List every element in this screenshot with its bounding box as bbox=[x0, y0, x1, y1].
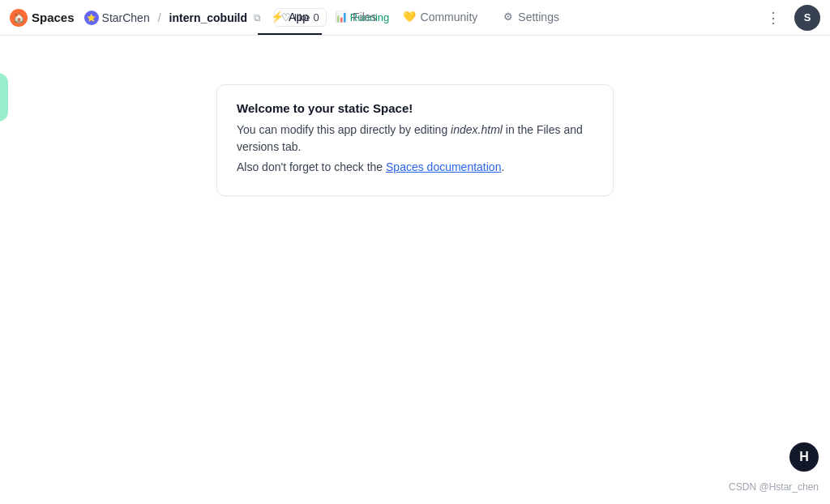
more-options-button[interactable]: ⋮ bbox=[762, 6, 785, 29]
top-navbar: 🏠 Spaces ⭐ StarChen / intern_cobuild ⧉ ♡… bbox=[0, 0, 830, 36]
welcome-text-line1: You can modify this app directly by edit… bbox=[237, 122, 593, 156]
spaces-icon: 🏠 bbox=[10, 9, 28, 27]
line2-prefix: Also don't forget to check the bbox=[237, 160, 386, 173]
settings-icon: ⚙ bbox=[503, 11, 513, 23]
main-content: Welcome to your static Space! You can mo… bbox=[0, 36, 830, 196]
h-badge-label: H bbox=[799, 450, 809, 464]
spaces-documentation-link[interactable]: Spaces documentation bbox=[386, 160, 501, 173]
line2-suffix: . bbox=[501, 160, 504, 173]
avatar-initial: S bbox=[804, 11, 811, 23]
community-icon: 💛 bbox=[403, 11, 416, 23]
app-icon: ⚡ bbox=[271, 11, 284, 23]
spaces-logo[interactable]: 🏠 Spaces bbox=[10, 9, 75, 27]
welcome-card: Welcome to your static Space! You can mo… bbox=[216, 84, 614, 196]
tab-settings-label: Settings bbox=[518, 11, 559, 23]
watermark: CSDN @Hstar_chen bbox=[729, 481, 819, 493]
welcome-title: Welcome to your static Space! bbox=[237, 101, 593, 115]
spaces-label: Spaces bbox=[32, 11, 75, 24]
tab-files-label: Files bbox=[353, 11, 377, 23]
tab-files[interactable]: 📊 Files bbox=[322, 0, 390, 35]
welcome-text-line2: Also don't forget to check the Spaces do… bbox=[237, 159, 593, 176]
star-icon: ⭐ bbox=[84, 11, 99, 25]
user-name: StarChen bbox=[102, 11, 150, 24]
breadcrumb-separator: / bbox=[158, 11, 161, 24]
user-avatar[interactable]: S bbox=[794, 5, 820, 31]
tab-community[interactable]: 💛 Community bbox=[390, 0, 491, 35]
decorative-blob bbox=[0, 73, 8, 122]
navbar-right: ⋮ S bbox=[762, 5, 820, 31]
navbar-center-tabs: ⚡ App 📊 Files 💛 Community ⚙ Settings bbox=[258, 0, 572, 35]
h-badge[interactable]: H bbox=[789, 442, 819, 472]
tab-app[interactable]: ⚡ App bbox=[258, 0, 322, 35]
user-breadcrumb[interactable]: ⭐ StarChen bbox=[84, 11, 150, 25]
tab-community-label: Community bbox=[421, 11, 478, 23]
line1-prefix: You can modify this app directly by edit… bbox=[237, 123, 451, 136]
files-icon: 📊 bbox=[335, 11, 348, 23]
line1-filename: index.html bbox=[451, 123, 503, 136]
tab-settings[interactable]: ⚙ Settings bbox=[490, 0, 572, 35]
repo-name[interactable]: intern_cobuild bbox=[169, 11, 247, 24]
tab-app-label: App bbox=[289, 11, 309, 23]
